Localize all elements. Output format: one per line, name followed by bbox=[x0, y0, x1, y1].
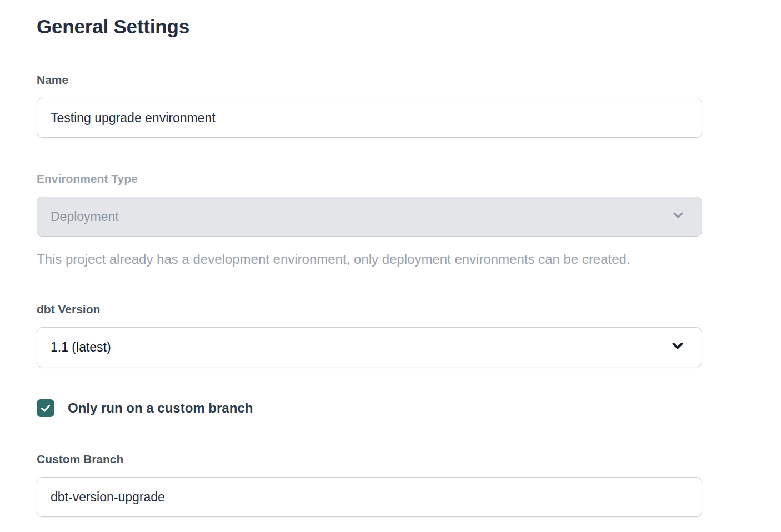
general-settings-page: General Settings Name Environment Type D… bbox=[0, 0, 739, 517]
custom-branch-checkbox[interactable] bbox=[37, 399, 54, 417]
environment-type-select: Deployment bbox=[37, 197, 702, 237]
name-label: Name bbox=[37, 73, 702, 87]
chevron-down-icon bbox=[669, 337, 686, 357]
environment-type-helper-text: This project already has a development e… bbox=[37, 251, 702, 267]
environment-type-value: Deployment bbox=[51, 209, 119, 224]
dbt-version-select[interactable]: 1.1 (latest) bbox=[37, 327, 702, 367]
dbt-version-field-group: dbt Version 1.1 (latest) bbox=[37, 303, 702, 367]
dbt-version-value: 1.1 (latest) bbox=[51, 340, 111, 355]
custom-branch-checkbox-row[interactable]: Only run on a custom branch bbox=[37, 399, 702, 417]
custom-branch-input[interactable] bbox=[37, 477, 702, 517]
name-input[interactable] bbox=[37, 98, 702, 138]
check-icon bbox=[39, 402, 52, 414]
chevron-down-icon bbox=[670, 207, 686, 226]
custom-branch-field-group: Custom Branch bbox=[37, 453, 702, 517]
custom-branch-checkbox-label: Only run on a custom branch bbox=[68, 400, 253, 416]
custom-branch-label: Custom Branch bbox=[37, 453, 702, 466]
dbt-version-label: dbt Version bbox=[37, 303, 702, 316]
environment-type-field-group: Environment Type Deployment This project… bbox=[37, 172, 702, 267]
name-field-group: Name bbox=[37, 73, 702, 138]
environment-type-label: Environment Type bbox=[37, 172, 702, 185]
page-title: General Settings bbox=[37, 14, 702, 39]
